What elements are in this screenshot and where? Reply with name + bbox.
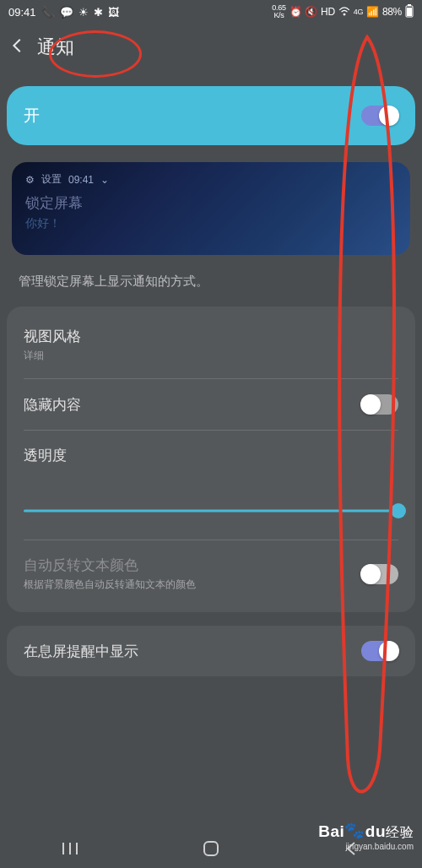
status-bar: 09:41 📞 💬 ☀ ✱ 🖼 0.65 K/s ⏰ 🔇 HD 4G 📶 88% [0,0,422,24]
alarm-icon: ⏰ [289,6,302,18]
nav-home[interactable] [194,832,228,865]
view-style-row[interactable]: 视图风格 详细 [7,312,415,378]
battery-icon [405,4,414,20]
image-icon: 🖼 [108,6,119,19]
transparency-row: 透明度 [7,431,415,465]
view-style-label: 视图风格 [24,327,81,346]
master-toggle-label: 开 [24,105,40,127]
hide-content-label: 隐藏内容 [24,395,81,415]
chevron-down-icon: ⌄ [100,174,109,186]
weather-icon: ☀ [78,6,89,19]
aod-show-label: 在息屏提醒中显示 [24,642,138,661]
preview-app-name: 设置 [41,172,62,187]
svg-point-0 [344,14,345,15]
svg-rect-2 [408,4,411,6]
settings-panel: 视图风格 详细 隐藏内容 透明度 自动反转文本颜色 根据背景颜色自动反转通知文本… [7,307,415,612]
signal-icon: 📶 [366,6,379,18]
aod-show-row[interactable]: 在息屏提醒中显示 [7,626,415,676]
data-rate: 0.65 K/s [272,4,285,19]
wechat-icon: 💬 [60,6,73,19]
mute-icon: 🔇 [305,6,317,18]
back-icon[interactable] [8,36,27,58]
section-description: 管理锁定屏幕上显示通知的方式。 [7,255,415,300]
status-time: 09:41 [8,6,36,19]
nav-recent[interactable] [53,832,87,865]
view-style-value: 详细 [24,349,81,363]
svg-rect-3 [407,8,412,16]
hd-indicator: HD [321,6,335,18]
watermark: Bai🐾du经验 jingyan.baidu.com [318,822,414,851]
phone-icon: 📞 [41,6,55,19]
auto-invert-label: 自动反转文本颜色 [24,556,196,575]
master-toggle-card[interactable]: 开 [7,86,415,145]
page-title: 通知 [37,35,74,60]
watermark-brand: Bai🐾du经验 [318,822,414,842]
hide-content-toggle[interactable] [361,394,398,415]
header: 通知 [0,24,422,71]
status-right: 0.65 K/s ⏰ 🔇 HD 4G 📶 88% [272,4,414,20]
aod-show-toggle[interactable] [361,641,398,661]
settings-status-icon: ✱ [94,6,103,19]
wifi-icon [338,6,350,19]
battery-text: 88% [382,6,402,18]
preview-time: 09:41 [68,174,94,186]
preview-app-icon: ⚙ [25,174,35,186]
status-left: 09:41 📞 💬 ☀ ✱ 🖼 [8,6,119,19]
transparency-label: 透明度 [24,446,67,465]
master-toggle[interactable] [361,106,398,126]
svg-rect-7 [204,842,218,855]
network-indicator: 4G [354,8,363,16]
transparency-slider[interactable] [24,502,398,519]
hide-content-row[interactable]: 隐藏内容 [7,379,415,430]
watermark-url: jingyan.baidu.com [318,842,414,851]
auto-invert-sub: 根据背景颜色自动反转通知文本的颜色 [24,578,196,592]
auto-invert-row[interactable]: 自动反转文本颜色 根据背景颜色自动反转通知文本的颜色 [7,540,415,607]
lockscreen-preview: ⚙ 设置 09:41 ⌄ 锁定屏幕 你好！ [12,162,410,255]
auto-invert-toggle[interactable] [361,564,398,584]
aod-panel: 在息屏提醒中显示 [7,626,415,676]
